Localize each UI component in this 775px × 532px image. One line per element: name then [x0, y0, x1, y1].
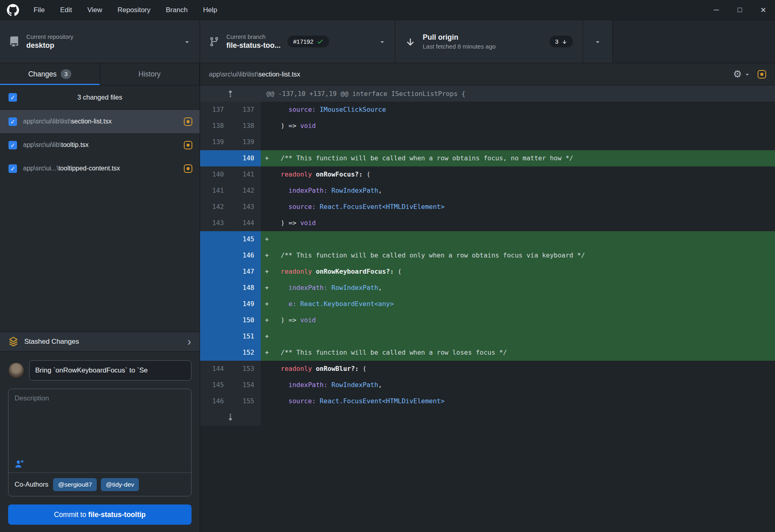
line-number-new[interactable]: 142 [230, 183, 261, 199]
line-number-new[interactable]: 151 [230, 328, 261, 345]
last-fetched-text: Last fetched 8 minutes ago [423, 43, 496, 50]
pull-dropdown-button[interactable] [583, 20, 613, 63]
line-number-old[interactable] [200, 328, 230, 345]
commit-description-input[interactable] [15, 394, 185, 467]
line-number-old[interactable] [200, 264, 230, 280]
diff-file-header: app\src\ui\lib\list\section-list.tsx ⚙ [200, 63, 775, 85]
line-number-old[interactable]: 138 [200, 118, 230, 134]
line-number-new[interactable]: 146 [230, 247, 261, 264]
line-number-new[interactable]: 153 [230, 361, 261, 377]
pull-origin-button[interactable]: Pull origin Last fetched 8 minutes ago 3 [395, 20, 583, 63]
expand-up-icon [226, 89, 234, 98]
line-number-new[interactable]: 150 [230, 312, 261, 328]
stack-icon [9, 337, 18, 347]
file-checkbox[interactable]: ✓ [9, 117, 17, 126]
line-number-old[interactable] [200, 345, 230, 361]
file-checkbox[interactable]: ✓ [9, 141, 17, 149]
line-number-new[interactable]: 137 [230, 102, 261, 118]
line-number-new[interactable]: 140 [230, 150, 261, 166]
stashed-changes-row[interactable]: Stashed Changes › [0, 332, 200, 351]
expand-hunk-down-button[interactable] [200, 409, 261, 426]
line-number-old[interactable]: 140 [200, 166, 230, 183]
current-repository-button[interactable]: Current repository desktop [0, 20, 200, 63]
commit-summary-input[interactable] [29, 360, 192, 381]
file-row[interactable]: ✓app\src\ui\lib\list\section-list.tsx [0, 110, 200, 133]
line-number-new[interactable]: 155 [230, 393, 261, 409]
menu-help[interactable]: Help [195, 0, 225, 20]
toolbar-empty-area [613, 20, 775, 63]
changes-count-badge: 3 [61, 69, 71, 79]
modified-icon [184, 164, 192, 173]
diff-marker: + [261, 312, 273, 328]
file-row[interactable]: ✓app\src\ui...\tooltipped-content.tsx [0, 157, 200, 180]
add-coauthor-button[interactable] [15, 459, 24, 468]
diff-marker: + [261, 231, 273, 247]
changes-sidebar: Changes3History 3 changed files ✓ ✓app\s… [0, 63, 200, 532]
diff-marker: + [261, 328, 273, 345]
line-number-new[interactable]: 139 [230, 134, 261, 150]
line-number-old[interactable] [200, 280, 230, 296]
line-number-old[interactable] [200, 231, 230, 247]
coauthor-pill[interactable]: @sergiou87 [53, 478, 97, 491]
line-number-old[interactable]: 144 [200, 361, 230, 377]
line-number-old[interactable] [200, 312, 230, 328]
menu-branch[interactable]: Branch [158, 0, 196, 20]
diff-row: 145+ [200, 231, 775, 247]
diff-rows: 137137 source: IMouseClickSource138138 )… [200, 102, 775, 409]
menu-view[interactable]: View [80, 0, 110, 20]
check-icon [317, 38, 324, 45]
commit-button[interactable]: Commit to file-status-tooltip [8, 504, 192, 525]
line-number-new[interactable]: 148 [230, 280, 261, 296]
code-line [273, 134, 775, 150]
file-path-dir: app\src\ui\lib\list\ [23, 118, 71, 125]
line-number-old[interactable]: 141 [200, 183, 230, 199]
diff-file-name: section-list.tsx [258, 70, 300, 78]
coauthors-row: Co-Authors @sergiou87@tidy-dev [9, 472, 191, 496]
line-number-old[interactable]: 143 [200, 215, 230, 231]
diff-pane: app\src\ui\lib\list\section-list.tsx ⚙ @… [200, 63, 775, 532]
line-number-old[interactable] [200, 296, 230, 312]
menu-edit[interactable]: Edit [52, 0, 79, 20]
line-number-new[interactable]: 141 [230, 166, 261, 183]
tab-label: History [138, 70, 160, 79]
code-line: source: React.FocusEvent<HTMLDivElement> [273, 199, 775, 215]
line-number-old[interactable]: 139 [200, 134, 230, 150]
close-button[interactable]: ✕ [752, 0, 775, 20]
tab-history[interactable]: History [100, 63, 200, 85]
line-number-new[interactable]: 147 [230, 264, 261, 280]
line-number-new[interactable]: 154 [230, 377, 261, 393]
menu-file[interactable]: File [26, 0, 52, 20]
line-number-new[interactable]: 145 [230, 231, 261, 247]
line-number-new[interactable]: 152 [230, 345, 261, 361]
code-line: /** This function will be called when a … [273, 150, 775, 166]
minimize-button[interactable]: ─ [705, 0, 728, 20]
file-checkbox[interactable]: ✓ [9, 164, 17, 173]
line-number-old[interactable]: 146 [200, 393, 230, 409]
chevron-right-icon: › [187, 336, 191, 347]
diff-options-button[interactable]: ⚙ [733, 69, 750, 79]
line-number-old[interactable] [200, 247, 230, 264]
line-number-old[interactable] [200, 150, 230, 166]
file-path: app\src\ui\lib\list\section-list.tsx [23, 118, 112, 125]
line-number-new[interactable]: 138 [230, 118, 261, 134]
modified-icon [184, 141, 192, 149]
line-number-new[interactable]: 144 [230, 215, 261, 231]
line-number-new[interactable]: 143 [230, 199, 261, 215]
arrow-down-icon [405, 36, 415, 47]
menu-repository[interactable]: Repository [110, 0, 158, 20]
line-number-old[interactable]: 145 [200, 377, 230, 393]
file-row[interactable]: ✓app\src\ui\lib\tooltip.tsx [0, 133, 200, 157]
coauthor-pill[interactable]: @tidy-dev [101, 478, 139, 491]
expand-hunk-up-button[interactable] [200, 85, 261, 102]
expand-bottom-row [200, 409, 775, 426]
current-branch-button[interactable]: Current branch file-status-too... #17192 [200, 20, 395, 63]
line-number-old[interactable]: 137 [200, 102, 230, 118]
tab-changes[interactable]: Changes3 [0, 63, 100, 85]
maximize-button[interactable]: □ [728, 0, 752, 20]
line-number-old[interactable]: 142 [200, 199, 230, 215]
diff-row: 148+ indexPath: RowIndexPath, [200, 280, 775, 296]
diff-row: 145154 indexPath: RowIndexPath, [200, 377, 775, 393]
line-number-new[interactable]: 149 [230, 296, 261, 312]
code-line: /** This function will be called when a … [273, 345, 775, 361]
select-all-checkbox[interactable]: ✓ [9, 93, 17, 102]
